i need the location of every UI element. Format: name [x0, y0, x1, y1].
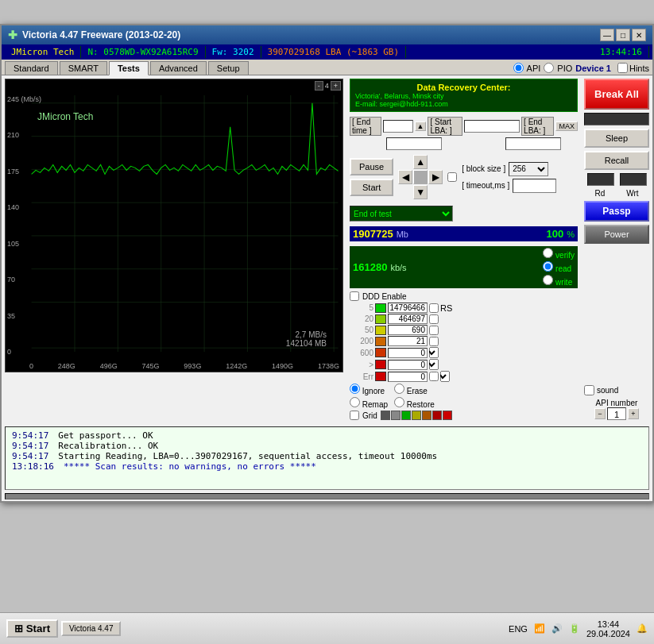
read-radio[interactable] — [543, 261, 553, 272]
bar-color-600 — [375, 348, 386, 357]
hints-checkbox[interactable] — [617, 63, 628, 73]
graph-zoom-plus[interactable]: + — [331, 81, 341, 91]
restore-radio[interactable] — [394, 397, 404, 407]
grid-checkbox[interactable] — [350, 411, 359, 420]
pio-radio[interactable] — [544, 63, 554, 73]
bar-check-20[interactable] — [429, 314, 439, 324]
rd-label: Rd — [594, 189, 605, 198]
arrow-empty-tr — [428, 155, 443, 169]
bar-check-err[interactable] — [429, 372, 439, 381]
tab-standard[interactable]: Standard — [5, 61, 58, 75]
maximize-button[interactable]: □ — [616, 29, 630, 41]
grid-color-5 — [422, 411, 431, 420]
bar-row-gt: > 0 ▼ — [350, 359, 578, 370]
bar-value-err: 0 — [388, 372, 428, 382]
verify-radio[interactable] — [543, 248, 553, 258]
bar-color-5 — [375, 303, 386, 313]
y-label-175: 175 — [7, 168, 41, 175]
arrow-right-button[interactable]: ▶ — [428, 170, 443, 184]
app-title: Victoria 4.47 Freeware (2013-02-20) — [22, 29, 180, 40]
api-minus-button[interactable]: − — [594, 408, 606, 419]
bar-check-50[interactable] — [429, 326, 439, 335]
right-panel: Break All Sleep Recall Rd Wrt Passp Powe… — [581, 75, 652, 423]
bar-color-gt — [375, 360, 386, 369]
arrow-up-button[interactable]: ▲ — [413, 155, 428, 169]
graph-zoom-minus[interactable]: - — [315, 81, 323, 91]
bar-scroll-gt[interactable]: ▼ — [429, 359, 439, 370]
log-row-1: 9:54:17 Get passport... OK — [12, 430, 642, 441]
bar-scroll-5[interactable]: RS — [440, 303, 452, 313]
sound-checkbox[interactable] — [584, 385, 594, 395]
title-bar-content: ✚ Victoria 4.47 Freeware (2013-02-20) — [8, 29, 180, 41]
api-radio[interactable] — [513, 63, 524, 73]
ignore-radio[interactable] — [350, 384, 360, 394]
y-label-245: 245 (Mb/s) — [7, 95, 41, 103]
main-window: ✚ Victoria 4.47 Freeware (2013-02-20) — … — [0, 24, 654, 503]
max-button[interactable]: MAX — [555, 121, 578, 131]
ignore-label: Ignore — [350, 384, 388, 395]
write-label: write — [543, 275, 575, 287]
start-button[interactable]: Start — [350, 179, 393, 196]
grid-color-7 — [443, 411, 452, 420]
remap-radio[interactable] — [350, 397, 360, 407]
ddd-checkbox[interactable] — [350, 291, 359, 301]
log-text-2: Recalibration... OK — [58, 441, 158, 451]
rd-indicator — [587, 173, 614, 186]
x-label-1738g: 1738G — [318, 362, 339, 370]
arrow-center — [413, 170, 428, 184]
power-button[interactable]: Power — [584, 225, 649, 244]
log-scan-result: ***** Scan results: no warnings, no erro… — [64, 461, 316, 472]
arrow-left-button[interactable]: ◀ — [398, 170, 412, 184]
log-text-3: Starting Reading, LBA=0...3907029167, se… — [58, 451, 437, 461]
bar-check-5[interactable] — [429, 303, 439, 313]
bar-threshold-50: 50 — [350, 326, 373, 334]
action-radios: Ignore Remap Erase Restore — [350, 384, 578, 409]
write-radio[interactable] — [543, 275, 553, 285]
block-size-select[interactable]: 256 512 1024 2048 — [509, 162, 548, 176]
tab-bar: Standard SMART Tests Advanced Setup API … — [2, 60, 652, 75]
bar-check-200[interactable] — [429, 337, 439, 346]
bar-scroll-err[interactable]: ▼ — [440, 371, 450, 382]
timeout-input[interactable]: 10000 — [513, 179, 556, 193]
minimize-button[interactable]: — — [600, 29, 614, 41]
app-icon: ✚ — [8, 29, 17, 41]
erase-radio[interactable] — [394, 384, 404, 394]
close-button[interactable]: ✕ — [632, 29, 646, 41]
bar-threshold-err: Err — [350, 372, 373, 381]
end-test-select[interactable]: End of test Loop Poweroff — [350, 206, 453, 222]
api-plus-button[interactable]: + — [628, 408, 639, 419]
bar-color-200 — [375, 337, 386, 346]
bar-scroll-600[interactable]: ▼ — [429, 347, 439, 358]
log-row-2: 9:54:17 Recalibration... OK — [12, 441, 642, 451]
tab-setup[interactable]: Setup — [208, 61, 249, 75]
pause-button[interactable]: Pause — [350, 158, 393, 175]
bar-color-err — [375, 372, 386, 381]
tab-smart[interactable]: SMART — [60, 61, 107, 75]
restore-label: Restore — [394, 397, 435, 409]
lba-value-input1[interactable]: 0 — [386, 137, 442, 150]
end-time-input[interactable]: 2:24 — [383, 120, 413, 133]
recall-button[interactable]: Recall — [584, 151, 649, 170]
sleep-button[interactable]: Sleep — [584, 129, 649, 148]
tab-advanced[interactable]: Advanced — [150, 61, 207, 75]
time-spin-up[interactable]: ▲ — [415, 121, 427, 131]
current-speed: 2,7 MB/s — [286, 330, 327, 339]
lba-value-input2[interactable]: 3907029167 — [505, 137, 561, 150]
tab-tests[interactable]: Tests — [109, 61, 149, 75]
bar-color-20 — [375, 314, 386, 324]
break-all-button[interactable]: Break All — [584, 79, 649, 110]
color-bars: 5 14796466 RS 20 464697 50 690 — [350, 303, 578, 382]
vrw-radio-group: verify read write — [543, 248, 575, 287]
graph-area: 245 (Mb/s) 210 175 140 105 70 35 0 0 248… — [5, 79, 343, 372]
arrow-down-button[interactable]: ▼ — [413, 185, 428, 199]
x-label-248g: 248G — [58, 362, 75, 370]
sound-section: sound — [584, 385, 649, 395]
log-area: 9:54:17 Get passport... OK 9:54:17 Recal… — [5, 426, 649, 490]
start-lba-input[interactable]: 0 — [464, 120, 520, 133]
arrow-checkbox[interactable] — [447, 172, 457, 182]
graph-x-labels: 0 248G 496G 745G 993G 1242G 1490G 1738G — [29, 362, 339, 370]
bar-row-20: 20 464697 — [350, 314, 578, 324]
action-col-right: Erase Restore — [394, 384, 435, 409]
passp-button[interactable]: Passp — [584, 201, 649, 222]
bar-row-50: 50 690 — [350, 325, 578, 335]
